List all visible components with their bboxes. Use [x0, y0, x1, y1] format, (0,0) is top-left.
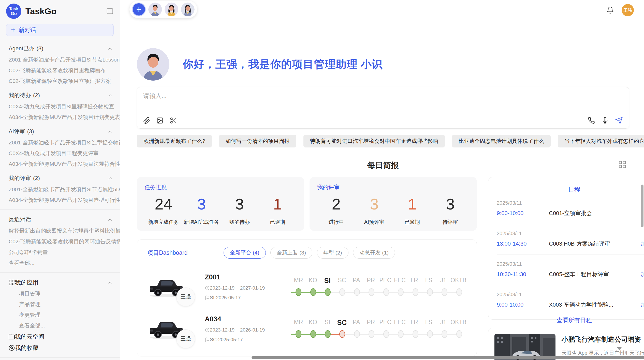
milestone-dot: [383, 288, 389, 296]
vertical-scrollbar[interactable]: [641, 185, 643, 227]
stat: 3我的待办: [221, 195, 259, 226]
sidebar-task-item[interactable]: A034-全新新能源MUV产品开发项目法规符合性评审: [0, 159, 120, 169]
daily-brief-header: 每日简报: [137, 160, 629, 171]
section-header-2[interactable]: AI评审(3): [0, 126, 120, 137]
milestone-dot: [413, 288, 418, 296]
my-apps-label: 我的应用: [15, 279, 38, 287]
project-flag-text: SC-2025-05-17: [210, 337, 243, 342]
milestone-label: FEC: [393, 319, 407, 327]
recent-conversation-item[interactable]: C02-飞腾新能源轻客改款项目的闭环通告反馈情况: [0, 236, 120, 247]
app-item[interactable]: 项目管理: [0, 288, 120, 299]
join-meeting-link[interactable]: 加入: [640, 301, 644, 309]
my-apps-block: 我的应用项目管理产品管理变更管理查看全部...: [0, 277, 120, 331]
app-item[interactable]: 变更管理: [0, 310, 120, 320]
sidebar-task-item[interactable]: Z001-全新燃油轻卡产品开发项目SI节点属性5D文件评审: [0, 184, 120, 195]
schedule-item: 2025/03/1113:00-14:30C003|H0B-方案冻结评审加入: [497, 231, 644, 248]
milestone-label: SI: [320, 277, 335, 285]
apps-view-all-link[interactable]: 查看全部...: [0, 320, 120, 331]
section-header-0[interactable]: Agent已办(3): [0, 43, 120, 54]
app-title: TaskGo: [25, 6, 106, 16]
stat-label: 我的待办: [221, 219, 259, 226]
horizontal-scrollbar[interactable]: [252, 356, 644, 359]
layout-grid-icon[interactable]: [618, 160, 627, 169]
suggestion-chip[interactable]: 比亚迪全固态电池计划具体说了什么: [452, 135, 551, 147]
image-icon[interactable]: [156, 117, 164, 124]
milestone-label: KO: [306, 277, 320, 285]
logo-line1: Task: [9, 6, 19, 11]
project-row[interactable]: 王强A0342023-12-19 ~ 2026-01-19SC-2025-05-…: [147, 315, 466, 342]
view-all-schedule-link[interactable]: 查看所有日程: [497, 316, 644, 324]
sidebar-task-item[interactable]: Z001-全新燃油皮卡产品开发项目SI节点Lesson Learn报告: [0, 54, 120, 65]
chat-input[interactable]: [143, 92, 623, 117]
chevron-up-icon: [107, 279, 113, 286]
recent-view-all-link[interactable]: 查看全部...: [0, 258, 120, 268]
agent-switcher-pill: +: [129, 1, 197, 18]
recent-conversation-item[interactable]: 公司Q3轻卡销量: [0, 247, 120, 258]
sidebar-task-item[interactable]: C02-飞腾新能源轻客改款项目立项汇报方案: [0, 76, 120, 86]
input-right-actions: [588, 117, 623, 124]
milestone-dot: [442, 330, 447, 338]
milestone-labels: MRKOSISCPAPRPECFECLRLSJ1OKTB: [291, 277, 466, 285]
notification-bell-icon[interactable]: [606, 6, 614, 14]
project-flag: SC-2025-05-17: [205, 337, 284, 342]
suggestion-chip[interactable]: 如何写一份清晰的项目周报: [219, 135, 296, 147]
daily-brief-title: 每日简报: [367, 160, 399, 171]
join-meeting-link[interactable]: 加入: [640, 271, 644, 278]
recent-conversation-item[interactable]: 解释最新出台的欧盟报废车法规再生塑料比例被调至15%...: [0, 226, 120, 236]
milestone-label: PR: [364, 319, 378, 327]
sidebar-task-item[interactable]: C0X4-动力总成开发项目工程变更评审: [0, 148, 120, 159]
stat-label: 进行中: [317, 219, 355, 226]
scroll-down-arrow[interactable]: [617, 347, 622, 350]
phone-icon[interactable]: [588, 117, 595, 124]
news-card[interactable]: 小鹏飞行汽车制造公司增资 天眼查 App 显示，近日广州汇天飞行汽...: [488, 328, 644, 360]
sidebar-task-item[interactable]: A034-全新新能源MUV产品开发项目造型可行性评审: [0, 195, 120, 205]
suggestion-chip[interactable]: 欧洲新规最近颁布了什么?: [137, 135, 212, 147]
schedule-title: 日程: [497, 185, 644, 193]
milestone-label: FEC: [393, 277, 407, 285]
attachment-icon[interactable]: [143, 117, 150, 124]
add-agent-button[interactable]: +: [132, 3, 146, 16]
sidebar-link[interactable]: 我的云空间: [0, 331, 120, 342]
milestone-dot: [383, 330, 389, 338]
new-chat-button[interactable]: + 新对话: [6, 24, 114, 36]
sidebar-task-item[interactable]: C02-飞腾新能源轻客改款项目里程碑画布: [0, 65, 120, 76]
dashboard-tab[interactable]: 全新平台 (4): [224, 247, 266, 259]
section-header-3[interactable]: 我的评审(2): [0, 172, 120, 184]
sidebar-task-item[interactable]: Z001-全新燃油轻卡产品开发项目SI造型提交物评审: [0, 137, 120, 148]
sidebar-collapse-icon[interactable]: [106, 7, 114, 15]
main-content: 你好，王强，我是你的项目管理助理 小识: [137, 0, 629, 360]
plus-icon: +: [11, 26, 15, 33]
clock-icon: [205, 286, 210, 291]
recent-header[interactable]: 最近对话: [0, 214, 120, 226]
dashboard-tab[interactable]: 动总开发 (1): [353, 247, 395, 259]
sidebar-task-item[interactable]: C0X4-动力总成开发项目SI里程碑提交物检查: [0, 101, 120, 112]
suggestion-chip[interactable]: 当下年轻人对汽车外观有怎样的喜好趋势: [558, 135, 644, 147]
suggestion-chip[interactable]: 特朗普可能对进口汽车增税会对中国车企造成哪些影响: [303, 135, 445, 147]
my-apps-header[interactable]: 我的应用: [0, 277, 120, 288]
user-avatar[interactable]: 王强: [622, 4, 634, 16]
project-row[interactable]: 王强Z0012023-12-19 ~ 2027-01-19SI-2025-05-…: [147, 273, 466, 301]
agent-avatar-3[interactable]: [181, 3, 195, 16]
dashboard-title: 项目Dashboard: [147, 249, 224, 257]
microphone-icon[interactable]: [602, 117, 609, 124]
milestone-dot: [442, 288, 447, 296]
send-icon[interactable]: [615, 117, 623, 124]
sidebar-task-item[interactable]: A034-全新新能源MUV产品开发项目计划变更表编写: [0, 112, 120, 123]
greeting-row: 你好，王强，我是你的项目管理助理 小识: [137, 48, 629, 81]
section-header-1[interactable]: 我的待办(2): [0, 89, 120, 101]
join-meeting-link[interactable]: 加入: [640, 240, 644, 248]
section-label: Agent已办: [9, 45, 35, 52]
milestone-dot: [296, 288, 301, 296]
chevron-up-icon: [107, 175, 113, 181]
dashboard-tab[interactable]: 年型 (2): [317, 247, 348, 259]
sidebar-link[interactable]: 我的收藏: [0, 342, 120, 353]
new-chat-label: 新对话: [19, 26, 36, 34]
milestone-label: LR: [407, 277, 422, 285]
agent-avatar-2[interactable]: [165, 3, 178, 16]
app-item[interactable]: 产品管理: [0, 299, 120, 310]
scissors-icon[interactable]: [170, 117, 177, 124]
stat-value: 3: [355, 195, 393, 214]
agent-avatar-1[interactable]: [148, 3, 162, 16]
stat-value: 1: [259, 195, 297, 214]
dashboard-tab[interactable]: 全新上装 (3): [270, 247, 313, 259]
